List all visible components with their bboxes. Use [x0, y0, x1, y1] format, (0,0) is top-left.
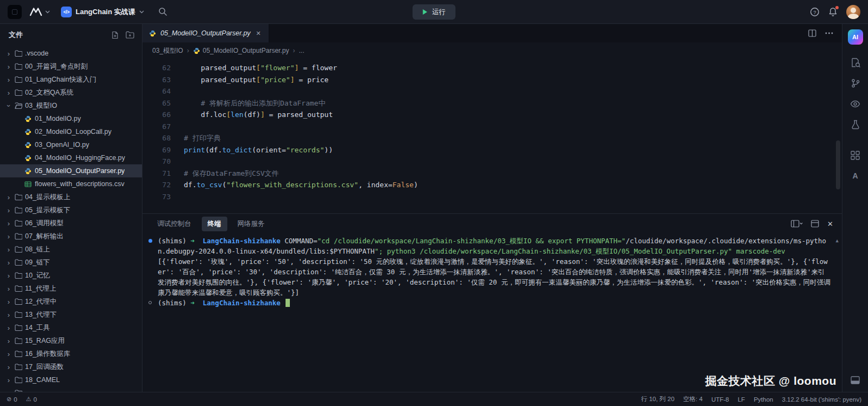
panel-tab-终端[interactable]: 终端	[202, 217, 227, 231]
panel-tab-网络服务[interactable]: 网络服务	[232, 217, 271, 231]
tree-folder-03_模型IO[interactable]: ›03_模型IO	[0, 99, 142, 112]
status-item[interactable]: UTF-8	[711, 396, 729, 403]
folder-icon	[13, 89, 23, 96]
tree-folder-10_记忆[interactable]: ›10_记忆	[0, 269, 142, 282]
avatar[interactable]	[846, 5, 860, 19]
tree-folder-06_调用模型[interactable]: ›06_调用模型	[0, 217, 142, 230]
tree-folder-01_LangChain快速入门[interactable]: ›01_LangChain快速入门	[0, 73, 142, 86]
terminal-scroll-up-icon[interactable]: ▲	[836, 236, 839, 246]
tree-folder-04_提示模板上[interactable]: ›04_提示模板上	[0, 190, 142, 204]
python-file-icon	[23, 168, 33, 175]
code-lines: parsed_output["flower"] = flower parsed_…	[184, 62, 842, 213]
tree-item-label: 03_模型IO	[25, 101, 57, 110]
search-icon[interactable]	[158, 7, 168, 16]
chevron-collapsed-icon: ›	[4, 285, 13, 293]
tree-item-label: 08_链上	[25, 245, 50, 254]
folder-icon	[13, 63, 23, 70]
tree-folder-17_回调函数[interactable]: ›17_回调函数	[0, 360, 142, 373]
chevron-collapsed-icon: ›	[4, 324, 13, 332]
folder-icon	[13, 220, 23, 226]
project-selector[interactable]: </> LangChain 实战课	[58, 5, 147, 19]
tree-item-label: 07_解析输出	[25, 232, 64, 241]
folder-icon	[13, 272, 23, 279]
breadcrumb-item[interactable]: 05_ModelIO_OutputParser.py	[193, 47, 289, 54]
status-item[interactable]: 3.12.2 64-bit ('shims': pyenv)	[782, 396, 861, 403]
status-item[interactable]: LF	[737, 396, 745, 403]
code-line: # 将解析后的输出添加到DataFrame中	[184, 97, 842, 109]
close-panel-icon[interactable]: ✕	[827, 220, 833, 228]
tree-file-flowers_with_descriptions.csv[interactable]: flowers_with_descriptions.csv	[0, 177, 142, 190]
editor-tab[interactable]: 05_ModelIO_OutputParser.py ✕	[142, 24, 269, 42]
tree-folder-07_解析输出[interactable]: ›07_解析输出	[0, 230, 142, 243]
command-prompt-marker	[148, 301, 152, 304]
code-review-icon[interactable]	[842, 52, 868, 73]
right-activity-bar: AI A	[842, 24, 868, 392]
terminal-output[interactable]: ▲ (shims) ➜ LangChain-shizhanke COMMAND=…	[142, 233, 842, 392]
tree-folder-00_开篇词_奇点时刻[interactable]: ›00_开篇词_奇点时刻	[0, 60, 142, 73]
python-file-icon	[23, 142, 33, 149]
tree-folder-12_代理中[interactable]: ›12_代理中	[0, 295, 142, 308]
tree-item-label: flowers_with_descriptions.csv	[35, 180, 125, 188]
tree-item-label: 01_ModelIO.py	[35, 115, 81, 122]
error-count[interactable]: ⊘0	[7, 396, 17, 403]
more-actions-icon[interactable]	[825, 32, 833, 34]
tree-folder-15_RAG应用[interactable]: ›15_RAG应用	[0, 334, 142, 347]
project-badge-icon: </>	[61, 7, 72, 17]
tree-folder-09_链下[interactable]: ›09_链下	[0, 256, 142, 269]
tree-folder-.vscode[interactable]: ›.vscode	[0, 47, 142, 60]
tree-file-05_ModelIO_OutputParser.py[interactable]: 05_ModelIO_OutputParser.py	[0, 164, 142, 177]
tree-file-04_ModelIO_HuggingFace.py[interactable]: 04_ModelIO_HuggingFace.py	[0, 151, 142, 164]
tree-folder-partial[interactable]: ›	[0, 386, 142, 392]
tree-file-02_ModelIO_LoopCall.py[interactable]: 02_ModelIO_LoopCall.py	[0, 125, 142, 138]
chevron-collapsed-icon: ›	[4, 337, 13, 345]
python-file-icon	[193, 47, 200, 54]
toggle-panel-size-icon[interactable]	[811, 220, 819, 227]
status-item[interactable]: Python	[754, 396, 773, 403]
notifications-bell-icon[interactable]	[828, 7, 838, 17]
error-icon: ⊘	[7, 396, 11, 403]
toggle-bottom-panel-icon[interactable]	[842, 376, 868, 384]
warning-count-value: 0	[34, 396, 37, 403]
split-editor-icon[interactable]	[808, 29, 816, 37]
chevron-collapsed-icon: ›	[4, 272, 13, 280]
file-explorer-sidebar: 文件 ›.vscode›00_开篇词_奇点时刻›01_LangChain快速入门…	[0, 24, 142, 392]
terminal-views-icon[interactable]	[791, 220, 803, 227]
code-editor[interactable]: 626364656667686970717273 parsed_output["…	[142, 59, 842, 213]
translate-icon[interactable]: A	[842, 165, 868, 186]
chevron-collapsed-icon: ›	[4, 206, 13, 214]
ai-assistant-icon[interactable]: AI	[848, 29, 863, 45]
tree-folder-16_操作数据库[interactable]: ›16_操作数据库	[0, 347, 142, 360]
tree-file-03_OpenAI_IO.py[interactable]: 03_OpenAI_IO.py	[0, 138, 142, 151]
status-item[interactable]: 行 10, 列 20	[641, 395, 674, 403]
tree-folder-18_CAMEL[interactable]: ›18_CAMEL	[0, 373, 142, 386]
chevron-collapsed-icon: ›	[4, 63, 13, 71]
csv-file-icon	[23, 181, 33, 188]
help-icon[interactable]: ?	[810, 7, 820, 17]
editor-scrollbar[interactable]	[836, 140, 840, 189]
extensions-icon[interactable]	[842, 145, 868, 165]
close-tab-icon[interactable]: ✕	[255, 29, 262, 38]
new-file-icon[interactable]	[111, 31, 119, 39]
terminal-cursor	[286, 299, 290, 307]
tree-file-01_ModelIO.py[interactable]: 01_ModelIO.py	[0, 112, 142, 125]
warning-count[interactable]: ⚠0	[26, 396, 37, 403]
tree-folder-08_链上[interactable]: ›08_链上	[0, 243, 142, 256]
run-button[interactable]: 运行	[413, 4, 456, 20]
tree-folder-11_代理上[interactable]: ›11_代理上	[0, 282, 142, 295]
app-logo[interactable]	[8, 5, 22, 19]
new-folder-icon[interactable]	[126, 31, 134, 39]
test-flask-icon[interactable]	[842, 114, 868, 135]
marscode-logo-icon	[29, 7, 42, 16]
breadcrumb-item[interactable]: 03_模型IO	[152, 46, 183, 56]
tree-folder-13_代理下[interactable]: ›13_代理下	[0, 308, 142, 321]
status-item[interactable]: 空格: 4	[683, 395, 703, 403]
workspace-logo-menu[interactable]	[27, 6, 52, 17]
preview-eye-icon[interactable]	[842, 94, 868, 114]
tree-folder-02_文档QA系统[interactable]: ›02_文档QA系统	[0, 86, 142, 99]
tree-folder-05_提示模板下[interactable]: ›05_提示模板下	[0, 204, 142, 217]
source-control-icon[interactable]	[842, 73, 868, 94]
tree-folder-14_工具[interactable]: ›14_工具	[0, 321, 142, 334]
panel-tab-调试控制台[interactable]: 调试控制台	[151, 217, 197, 231]
breadcrumb-item[interactable]: ...	[299, 47, 304, 54]
file-tree: ›.vscode›00_开篇词_奇点时刻›01_LangChain快速入门›02…	[0, 46, 142, 392]
